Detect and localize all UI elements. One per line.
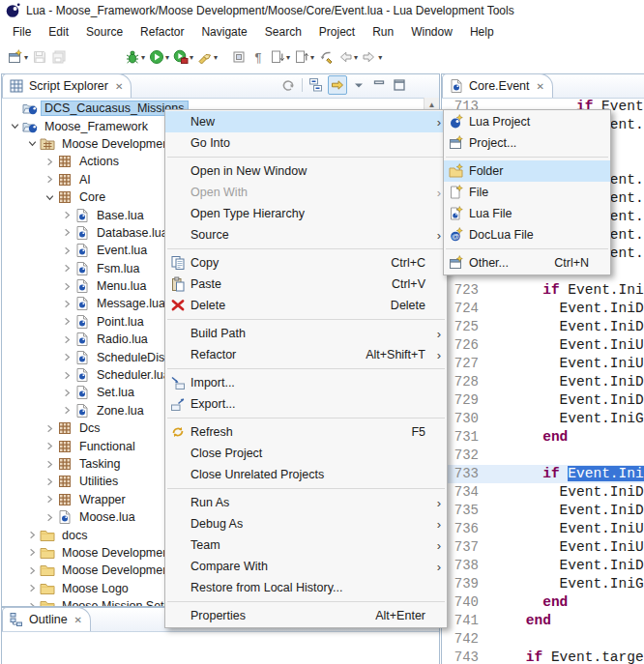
menubar-item-navigate[interactable]: Navigate	[192, 23, 255, 41]
context-menu-item-team[interactable]: Team›	[165, 534, 447, 556]
context-menu-item-close-project[interactable]: Close Project	[165, 443, 447, 464]
code-line-723[interactable]: 723 if Event.IniObjectCategory == Object…	[442, 281, 644, 300]
view-tool-view-menu-button[interactable]	[350, 76, 367, 94]
twisty-collapsed-icon[interactable]	[60, 261, 74, 275]
toolbar-back-button[interactable]: ▾	[336, 45, 360, 69]
toolbar-save-button[interactable]	[30, 45, 49, 69]
context-menu-item-go-into[interactable]: Go Into	[165, 132, 447, 154]
twisty-collapsed-icon[interactable]	[25, 581, 40, 595]
toolbar-new-wizard-button[interactable]: ▾	[6, 45, 30, 69]
toolbar-run-button[interactable]: ▾	[147, 45, 171, 69]
code-line-727[interactable]: 727 Event.IniUnit = UNIT:FindByName( Eve…	[442, 355, 644, 373]
code-line-734[interactable]: 734 Event.IniDCSUnit = Event.initiator	[442, 483, 644, 502]
code-line-738[interactable]: 738 Event.IniDCSGroupName = Event.IniDCS…	[442, 557, 644, 575]
code-line-726[interactable]: 726 Event.IniUnitName = Event.IniDCSUnit…	[442, 336, 644, 355]
context-menu-item-new[interactable]: New›	[165, 111, 447, 132]
twisty-collapsed-icon[interactable]	[43, 421, 57, 436]
code-line-739[interactable]: 739 Event.IniGroupName = Event.IniDCSUni…	[442, 575, 644, 593]
dropdown-arrow-icon[interactable]: ▾	[378, 53, 382, 62]
dropdown-arrow-icon[interactable]: ▾	[190, 53, 193, 62]
context-menu-item-open-in-new-window[interactable]: Open in New Window	[165, 160, 447, 182]
code-line-730[interactable]: 730 Event.IniGroup = GROUP:FindByName( E…	[442, 410, 644, 428]
menubar-item-help[interactable]: Help	[461, 23, 503, 41]
context-menu-item-copy[interactable]: CopyCtrl+C	[165, 252, 447, 274]
twisty-collapsed-icon[interactable]	[25, 599, 40, 606]
twisty-collapsed-icon[interactable]	[43, 475, 57, 489]
context-menu-item-build-path[interactable]: Build Path›	[165, 323, 447, 344]
twisty-expanded-icon[interactable]	[25, 136, 40, 151]
twisty-collapsed-icon[interactable]	[25, 545, 40, 560]
toolbar-external-tools-button[interactable]: ▾	[171, 45, 195, 69]
view-tool-maximize-view-button[interactable]	[391, 76, 408, 94]
context-menu-item-restore-from-local-history[interactable]: Restore from Local History...	[165, 577, 447, 598]
code-line-736[interactable]: 736 Event.IniUnitName = Event.IniDCSUnit…	[442, 520, 644, 538]
context-menu-item-debug-as[interactable]: Debug As›	[165, 513, 447, 534]
twisty-collapsed-icon[interactable]	[43, 172, 57, 187]
code-line-740[interactable]: 740 end	[442, 593, 644, 612]
code-line-729[interactable]: 729 Event.IniDCSGroupName = Event.IniDCS…	[442, 391, 644, 410]
code-line-735[interactable]: 735 Event.IniDCSUnitName = Event.IniDCSU…	[442, 502, 644, 520]
code-line-725[interactable]: 725 Event.IniDCSUnitName = Event.IniDCSU…	[442, 318, 644, 336]
menubar-item-edit[interactable]: Edit	[40, 23, 77, 41]
view-tool-go-into-button[interactable]	[279, 76, 297, 94]
twisty-collapsed-icon[interactable]	[43, 155, 57, 169]
twisty-collapsed-icon[interactable]	[60, 403, 74, 418]
dropdown-arrow-icon[interactable]: ▾	[354, 53, 358, 62]
twisty-collapsed-icon[interactable]	[60, 332, 74, 347]
new-submenu-item-lua-file[interactable]: Lua File	[444, 203, 610, 224]
dropdown-arrow-icon[interactable]: ▾	[165, 53, 169, 62]
toolbar-last-edit-location-button[interactable]	[316, 45, 336, 69]
dropdown-arrow-icon[interactable]: ▾	[214, 53, 218, 62]
twisty-collapsed-icon[interactable]	[25, 528, 40, 542]
toolbar-mark-occurrences-button[interactable]	[229, 45, 249, 69]
menubar-item-source[interactable]: Source	[77, 23, 132, 41]
menubar-item-file[interactable]: File	[4, 23, 40, 41]
code-line-742[interactable]: 742	[442, 630, 644, 649]
menubar-item-refactor[interactable]: Refactor	[132, 23, 192, 41]
menubar-item-search[interactable]: Search	[256, 23, 310, 41]
context-menu-item-properties[interactable]: PropertiesAlt+Enter	[165, 605, 447, 626]
context-menu-item-compare-with[interactable]: Compare With›	[165, 556, 447, 577]
code-line-737[interactable]: 737 Event.IniUnit = STATIC:FindByName( E…	[442, 538, 644, 557]
twisty-collapsed-icon[interactable]	[60, 225, 74, 240]
tab-outline[interactable]: Outline ✕	[2, 607, 91, 631]
new-submenu-item-lua-project[interactable]: Lua Project	[444, 111, 610, 132]
close-icon[interactable]: ✕	[115, 81, 123, 92]
context-menu-item-run-as[interactable]: Run As›	[165, 492, 447, 513]
context-menu-item-close-unrelated-projects[interactable]: Close Unrelated Projects	[165, 464, 447, 485]
context-menu-item-import[interactable]: Import...	[165, 372, 447, 393]
twisty-collapsed-icon[interactable]	[43, 439, 57, 453]
twisty-collapsed-icon[interactable]	[43, 457, 57, 472]
new-submenu-item-folder[interactable]: Folder	[444, 160, 610, 182]
menubar-item-run[interactable]: Run	[364, 23, 402, 41]
code-line-743[interactable]: 743 if Event.target then	[442, 649, 644, 664]
twisty-collapsed-icon[interactable]	[60, 297, 74, 311]
twisty-collapsed-icon[interactable]	[43, 492, 57, 506]
tab-core-event[interactable]: Core.Event ✕	[442, 73, 553, 98]
dropdown-arrow-icon[interactable]: ▾	[310, 53, 314, 62]
code-line-741[interactable]: 741 end	[442, 612, 644, 630]
twisty-collapsed-icon[interactable]	[60, 279, 74, 294]
context-menu-item-source[interactable]: Source›	[165, 224, 447, 245]
context-menu-item-open-with[interactable]: Open With›	[165, 182, 447, 203]
context-menu-item-export[interactable]: Export...	[165, 393, 447, 415]
twisty-expanded-icon[interactable]	[8, 119, 22, 133]
twisty-collapsed-icon[interactable]	[60, 386, 74, 400]
toolbar-forward-button[interactable]: ▾	[360, 45, 384, 69]
new-submenu-item-doclua-file[interactable]: @DocLua File	[444, 224, 610, 245]
new-submenu-item-project[interactable]: Project...	[444, 132, 610, 154]
menubar-item-window[interactable]: Window	[402, 23, 461, 41]
close-icon[interactable]: ✕	[74, 615, 82, 625]
code-line-733[interactable]: 733 if Event.IniObjectCategory == Object…	[442, 465, 644, 483]
twisty-collapsed-icon[interactable]	[60, 314, 74, 329]
context-menu-item-paste[interactable]: PasteCtrl+V	[165, 274, 447, 295]
view-tool-minimize-view-button[interactable]	[370, 76, 388, 94]
dropdown-arrow-icon[interactable]: ▾	[141, 53, 145, 62]
twisty-collapsed-icon[interactable]	[60, 368, 74, 383]
new-submenu-item-other[interactable]: Other...Ctrl+N	[444, 252, 610, 274]
view-tool-collapse-all-button[interactable]	[307, 76, 325, 94]
twisty-expanded-icon[interactable]	[43, 190, 57, 205]
twisty-collapsed-icon[interactable]	[60, 350, 74, 364]
view-tool-view-forward-button[interactable]	[259, 76, 277, 94]
new-submenu-item-file[interactable]: File	[444, 182, 610, 203]
